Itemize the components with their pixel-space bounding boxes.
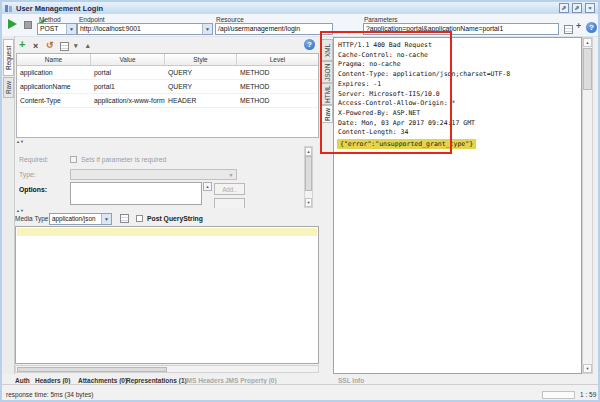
chevron-down-icon[interactable]: ▼ (66, 24, 76, 34)
post-querystring-checkbox[interactable] (136, 215, 143, 222)
window-title: User Management Login (16, 4, 103, 13)
scroll-up-icon[interactable]: ▲ (203, 182, 212, 191)
media-type-select[interactable]: application/json ▼ (49, 213, 112, 225)
method-label: Method (39, 16, 61, 23)
splitter-handle[interactable]: ▲▼ (16, 139, 24, 145)
options-listbox[interactable] (70, 182, 202, 205)
params-table-header: Name Value Style Level (17, 54, 318, 66)
caret-position: 1 : 59 (580, 391, 596, 398)
scrollbar-thumb[interactable] (305, 156, 312, 191)
param-detail-form: Required: Sets if parameter is required … (15, 146, 319, 208)
params-table-icon[interactable] (564, 25, 573, 34)
tab-auth[interactable]: Auth (15, 377, 30, 384)
endpoint-select[interactable]: http://localhost:9001 ▼ (77, 23, 213, 35)
add-option-button[interactable]: Add.. (214, 183, 245, 195)
delete-row-icon[interactable]: × (33, 42, 38, 51)
response-line: X-Powered-By: ASP.NET (338, 109, 510, 119)
method-select[interactable]: POST ▼ (37, 23, 77, 35)
scrollbar-thumb[interactable] (17, 367, 167, 372)
response-line: Content-Type: application/json;charset=U… (338, 70, 510, 80)
options-label: Options: (19, 186, 47, 193)
add-row-icon[interactable]: + (19, 40, 25, 49)
tab-attachments[interactable]: Attachments (0) (78, 377, 127, 384)
tab-jms-property[interactable]: JMS Property (0) (225, 377, 277, 384)
column-header[interactable]: Name (17, 54, 91, 65)
tab-response-html[interactable]: HTML (321, 83, 333, 105)
required-hint: Sets if parameter is required (81, 156, 166, 163)
editor-mode-icon[interactable] (60, 42, 69, 51)
help-icon[interactable]: ? (304, 39, 315, 50)
move-down-icon[interactable]: ▾ (74, 41, 78, 50)
response-scrollbar[interactable]: ▲ ▼ (582, 37, 593, 374)
type-select[interactable]: ▼ (70, 169, 237, 180)
splitter-handle[interactable]: ▲▼ (16, 208, 24, 214)
parameters-label: Parameters (364, 16, 398, 23)
column-header[interactable]: Style (165, 54, 237, 65)
delete-option-button[interactable] (214, 198, 245, 208)
submit-request-icon[interactable] (8, 19, 17, 29)
endpoint-label: Endpoint (79, 16, 105, 23)
response-line: Content-Length: 34 (338, 128, 510, 138)
tab-jms-headers[interactable]: JMS Headers (183, 377, 224, 384)
edit-media-icon[interactable] (120, 214, 129, 223)
tab-request[interactable]: Request (3, 39, 14, 76)
chevron-down-icon[interactable]: ▼ (202, 24, 212, 34)
resource-input[interactable]: /api/usermanagement/login (215, 23, 333, 35)
window-titlebar[interactable]: User Management Login ⇗ ⇗ × (2, 2, 598, 14)
column-header[interactable]: Level (237, 54, 318, 65)
table-row[interactable]: application portal QUERY METHOD (17, 66, 318, 80)
help-icon[interactable]: ? (586, 22, 597, 33)
rest-client-window: User Management Login ⇗ ⇗ × ✔ Method POS… (0, 0, 600, 402)
params-table: Name Value Style Level application porta… (16, 53, 319, 138)
response-line: Date: Mon, 03 Apr 2017 09:24:17 GMT (338, 119, 510, 129)
response-line: Cache-Control: no-cache (338, 51, 510, 61)
response-time-status: response time: 5ms (34 bytes) (6, 391, 93, 398)
maximize-window-icon[interactable]: ⇗ (572, 3, 582, 13)
scroll-down-icon[interactable]: ▼ (583, 364, 592, 373)
scroll-up-icon[interactable]: ▲ (305, 147, 312, 156)
tab-response-raw[interactable]: Raw (321, 105, 333, 123)
required-checkbox[interactable] (70, 156, 77, 163)
post-querystring-label: Post QueryString (147, 215, 203, 222)
scrollbar-thumb[interactable] (583, 48, 592, 90)
chevron-down-icon[interactable]: ▼ (101, 214, 111, 224)
chevron-down-icon: ▼ (227, 171, 235, 178)
response-line: Expires: -1 (338, 80, 510, 90)
tab-ssl-info[interactable]: SSL Info (338, 377, 364, 384)
close-window-icon[interactable]: × (585, 3, 595, 13)
progress-box (542, 391, 575, 399)
tab-request-raw[interactable]: Raw (3, 77, 14, 98)
body-hscrollbar[interactable] (15, 365, 319, 373)
revert-icon[interactable]: ↺ (46, 41, 54, 50)
request-body-editor[interactable] (15, 226, 319, 364)
tab-representations[interactable]: Representations (1) (126, 377, 187, 384)
response-line: Access-Control-Allow-Origin: * (338, 99, 510, 109)
body-current-line-highlight (17, 228, 317, 236)
scroll-down-icon[interactable]: ▼ (305, 198, 312, 207)
add-param-icon[interactable]: + (576, 22, 581, 31)
table-row[interactable]: Content-Type application/x-www-form-... … (17, 94, 318, 108)
required-label: Required: (19, 156, 48, 163)
response-line: Pragma: no-cache (338, 60, 510, 70)
response-view[interactable]: HTTP/1.1 400 Bad Request Cache-Control: … (333, 37, 582, 374)
column-header[interactable]: Value (91, 54, 165, 65)
type-label: Type: (19, 171, 36, 178)
move-up-icon[interactable]: ▴ (86, 41, 90, 50)
scroll-up-icon[interactable]: ▲ (583, 38, 592, 47)
response-line: Server: Microsoft-IIS/10.0 (338, 90, 510, 100)
media-type-label: Media Type (15, 215, 48, 222)
response-line: HTTP/1.1 400 Bad Request (338, 41, 510, 51)
parameters-input[interactable]: ?application=portal&applicationName=port… (363, 23, 559, 35)
tab-headers[interactable]: Headers (0) (35, 377, 70, 384)
cancel-request-icon[interactable] (24, 21, 32, 29)
resource-label: Resource (216, 16, 244, 23)
response-error-body: {"error":"unsupported_grant_type"} (337, 139, 476, 149)
float-window-icon[interactable]: ⇗ (559, 3, 569, 13)
tab-response-json[interactable]: JSON (321, 61, 333, 83)
tab-response-xml[interactable]: XML (321, 39, 333, 61)
request-icon (5, 5, 12, 12)
table-row[interactable]: applicationName portal1 QUERY METHOD (17, 80, 318, 94)
form-scrollbar[interactable]: ▲ ▼ (304, 146, 313, 208)
